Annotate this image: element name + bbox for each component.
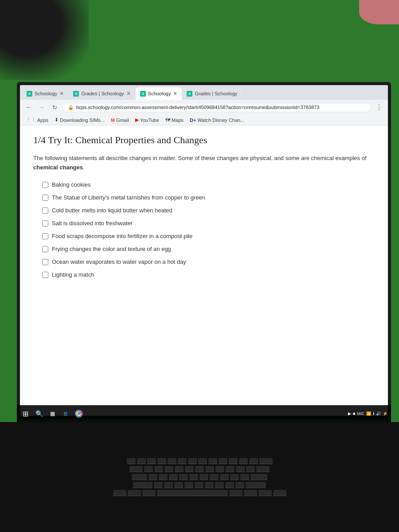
key (133, 482, 153, 488)
taskbar-right: ▶ ■ MIC 📶 ℹ 🔊 ⚡ (348, 411, 389, 416)
list-item: Cold butter melts into liquid butter whe… (42, 207, 375, 214)
tab-icon-2: S (73, 91, 79, 97)
bold-chemical-changes: chemical changes (33, 164, 83, 171)
checkbox-2[interactable] (42, 195, 48, 201)
option-text-4: Salt is dissolved into freshwater (52, 220, 133, 227)
lock-icon: 🔒 (68, 105, 74, 110)
key (273, 490, 286, 496)
tab-schoology-1[interactable]: S Schoology ✕ (22, 87, 68, 100)
search-button[interactable]: 🔍 (33, 407, 45, 420)
description: The following statements all describe ch… (33, 154, 375, 172)
key (246, 482, 266, 488)
key (220, 474, 229, 480)
tab-grades-1[interactable]: S Grades | Schoology ✕ (69, 87, 135, 100)
hand-overlay (0, 0, 89, 80)
option-text-3: Cold butter melts into liquid butter whe… (52, 207, 172, 214)
tab-grades-2[interactable]: S Grades | Schoology (182, 87, 242, 100)
checkbox-5[interactable] (42, 233, 48, 239)
key (229, 490, 243, 496)
chrome-icon[interactable] (73, 407, 85, 420)
disney-bookmark[interactable]: D+ Watch Disney Chan... (187, 117, 247, 124)
taskbar-icon-1: ▶ (348, 411, 351, 416)
tab-icon-1: S (27, 91, 32, 97)
taskbar-icon-2: ■ (353, 411, 355, 416)
tab-close-2[interactable]: ✕ (126, 90, 131, 97)
key (195, 466, 204, 472)
task-view-button[interactable]: ▦ (46, 407, 59, 420)
option-text-2: The Statue of Liberty’s metal tarnishes … (52, 194, 205, 201)
key (144, 466, 153, 472)
taskbar: ⊞ 🔍 ▦ e ▶ ■ MIC 📶 ℹ 🔊 ⚡ (17, 405, 391, 422)
maps-bookmark[interactable]: 🗺 Maps (163, 117, 186, 124)
key (205, 466, 214, 472)
key (127, 458, 136, 464)
checkbox-4[interactable] (42, 220, 48, 227)
key-row-3 (132, 474, 267, 480)
key (164, 466, 173, 472)
key (246, 466, 255, 472)
refresh-button[interactable]: ↻ (49, 102, 60, 113)
address-box[interactable]: 🔒 bcps.schoology.com/common-assessment-d… (62, 103, 372, 112)
key (225, 482, 234, 488)
list-item: Salt is dissolved into freshwater (42, 220, 375, 227)
tab-label-1: Schoology (35, 91, 57, 96)
checkbox-6[interactable] (42, 246, 48, 252)
key (184, 482, 193, 488)
key-row-5 (113, 490, 286, 496)
checkbox-8[interactable] (42, 272, 48, 278)
disney-icon: D+ (190, 117, 196, 123)
key (256, 466, 270, 472)
key (137, 458, 146, 464)
windows-start-button[interactable]: ⊞ (19, 407, 32, 420)
keyboard-area (0, 422, 399, 532)
maps-label: Maps (172, 117, 184, 123)
tab-close-1[interactable]: ✕ (59, 90, 64, 97)
youtube-label: YouTube (140, 117, 159, 123)
key (157, 458, 166, 464)
page-content: 1/4 Try It: Chemical Properties and Chan… (20, 125, 388, 416)
key (178, 458, 187, 464)
tabs-bar: S Schoology ✕ S Grades | Schoology ✕ S S… (20, 85, 388, 100)
key (226, 466, 235, 472)
key (230, 474, 239, 480)
gmail-bookmark[interactable]: M Gmail (108, 117, 132, 124)
description-text: The following statements all describe ch… (33, 155, 367, 161)
key (210, 474, 219, 480)
edge-icon[interactable]: e (59, 407, 72, 420)
key (174, 482, 183, 488)
key (147, 458, 156, 464)
back-button[interactable]: ← (23, 102, 34, 113)
key (205, 482, 214, 488)
key (159, 474, 168, 480)
checkbox-1[interactable] (42, 182, 48, 188)
browser-chrome: S Schoology ✕ S Grades | Schoology ✕ S S… (20, 85, 388, 125)
forward-button[interactable]: → (36, 102, 47, 113)
options-list: Baking cookies The Statue of Liberty’s m… (42, 181, 375, 278)
tab-schoology-active[interactable]: S Schoology ✕ (136, 87, 182, 100)
tab-label-4: Grades | Schoology (195, 91, 237, 96)
list-item: The Statue of Liberty’s metal tarnishes … (42, 194, 375, 201)
taskbar-icon-battery: ⚡ (383, 411, 387, 416)
youtube-bookmark[interactable]: ▶ YouTube (133, 116, 162, 124)
spacebar-key (157, 490, 228, 496)
tab-label-3: Schoology (148, 91, 171, 96)
key (128, 490, 141, 496)
key-row-4 (133, 482, 266, 488)
key (189, 474, 198, 480)
key (168, 458, 176, 464)
gmail-label: Gmail (116, 117, 129, 123)
list-item: Food scraps decompose into fertilizer in… (42, 233, 375, 239)
address-bar-row: ← → ↻ 🔒 bcps.schoology.com/common-assess… (20, 100, 388, 115)
key (154, 482, 163, 488)
top-right-decoration (359, 0, 399, 24)
downloading-bookmark[interactable]: ⬇ Downloading SIMs... (52, 116, 107, 124)
tab-close-3[interactable]: ✕ (173, 90, 177, 97)
option-text-1: Baking cookies (52, 181, 90, 188)
checkbox-7[interactable] (42, 259, 48, 265)
key (249, 458, 258, 464)
checkbox-3[interactable] (42, 207, 48, 214)
menu-button[interactable]: ⋮ (374, 102, 384, 113)
key (258, 490, 272, 496)
key (154, 466, 163, 472)
apps-bookmark[interactable]: ⋮⋮ Apps (23, 116, 51, 124)
